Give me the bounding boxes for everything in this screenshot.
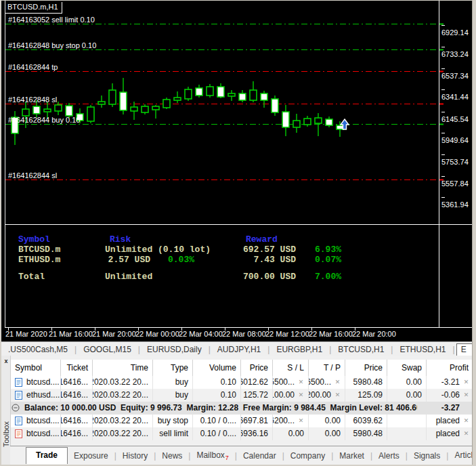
- chart-tab-partial[interactable]: E: [456, 343, 472, 356]
- rr-reward-pct: 0.07%: [313, 255, 341, 265]
- close-position-icon[interactable]: ✕: [463, 376, 469, 389]
- remove-sl-icon[interactable]: ✕: [298, 376, 304, 389]
- tab-trade[interactable]: Trade: [26, 447, 68, 464]
- time-tick: 21 Mar 20:00: [92, 330, 136, 338]
- candle: [152, 105, 159, 119]
- order-row-sell-limit[interactable]: btcusd.... 16416... 2020.03.22 20... sel…: [11, 427, 472, 440]
- col-price[interactable]: Price: [241, 360, 273, 376]
- window-frame-right[interactable]: [472, 0, 476, 466]
- order-label-tp[interactable]: #164162844 tp: [8, 63, 58, 71]
- cell-ticket: 16416...: [61, 427, 93, 440]
- cell-tp: 6500...: [309, 376, 331, 389]
- chart-tab-googl[interactable]: GOOGL,M15: [77, 345, 138, 354]
- col-volume[interactable]: Volume: [193, 360, 241, 376]
- balance-row[interactable]: Balance: 10 000.00 USD Equity: 9 996.73 …: [11, 402, 472, 415]
- tab-articles[interactable]: Articles1: [448, 450, 472, 461]
- col-tp[interactable]: T / P: [309, 360, 345, 376]
- remove-sl-icon[interactable]: ✕: [298, 389, 304, 402]
- collapse-minus-icon[interactable]: [12, 404, 20, 412]
- price-tick: 6145.54: [441, 107, 472, 123]
- col-symbol[interactable]: Symbol: [11, 360, 61, 376]
- candle: [163, 98, 170, 109]
- tab-company[interactable]: Company: [284, 451, 331, 461]
- tab-alerts[interactable]: Alerts: [372, 451, 406, 461]
- col-ticket[interactable]: Ticket: [61, 360, 93, 376]
- price-tick: 5361.94: [441, 192, 472, 209]
- candle: [282, 105, 289, 136]
- chart-tab-eurusd[interactable]: EURUSD,Daily: [140, 345, 209, 354]
- candle: [87, 105, 94, 123]
- time-tick: 21 Mar 16:00: [49, 330, 93, 338]
- rr-header-risk: Risk: [110, 235, 131, 245]
- tab-news[interactable]: News: [156, 451, 188, 461]
- order-row-buy-stop[interactable]: btcusd.... 16416... 2020.03.22 20... buy…: [11, 415, 472, 427]
- cell-current-price: 125.09: [345, 389, 387, 402]
- candle: [272, 96, 278, 116]
- order-label-sl[interactable]: #164162848 sl: [8, 96, 57, 104]
- order-doc-icon: [15, 417, 22, 425]
- tab-calendar[interactable]: Calendar: [237, 451, 282, 461]
- cell-volume: 0.10 / 0....: [193, 427, 241, 440]
- delete-order-icon[interactable]: ✕: [463, 427, 469, 440]
- cell-sl: 0.00: [288, 427, 304, 440]
- time-tick: 22 Mar 12:00: [265, 330, 309, 338]
- chart-tab-eurgbp[interactable]: EURGBP,H1: [269, 345, 329, 354]
- rr-header-reward: Reward: [246, 235, 278, 245]
- rr-risk-pct: 0.03%: [164, 255, 194, 265]
- toolbox-close-icon[interactable]: x: [3, 358, 9, 364]
- candle: [304, 116, 311, 127]
- tab-mailbox[interactable]: Mailbox7: [190, 450, 234, 461]
- remove-tp-icon[interactable]: ✕: [334, 376, 341, 389]
- col-current-price[interactable]: Price: [345, 360, 387, 376]
- price-tick: 6341.44: [441, 85, 472, 101]
- col-sl[interactable]: S / L: [273, 360, 309, 376]
- tab-market[interactable]: Market: [333, 451, 370, 461]
- cell-volume: 0.10 / 0....: [193, 415, 241, 427]
- subwindow-separator[interactable]: [5, 224, 472, 225]
- position-row-btcusd[interactable]: btcusd.... 16416... 2020.03.22 20... buy…: [11, 376, 472, 389]
- candlestick-chart[interactable]: [1, 1, 472, 328]
- order-label-sell-limit[interactable]: #164163052 sell limit 0.10: [8, 16, 95, 24]
- col-profit[interactable]: Profit: [427, 360, 472, 376]
- candle: [98, 96, 105, 108]
- rr-total-reward: 700.00 USD: [240, 272, 296, 282]
- position-row-ethusd[interactable]: ethusd.... 16416... 2020.03.22 20... buy…: [11, 389, 472, 402]
- chart-tab-us500cash[interactable]: .US500Cash,M5: [1, 345, 74, 354]
- cell-price: 6936.16: [241, 427, 273, 440]
- delete-order-icon[interactable]: ✕: [463, 415, 469, 427]
- rr-header-symbol: Symbol: [18, 235, 50, 245]
- candle: [239, 90, 246, 102]
- cell-price: 125.72: [241, 389, 273, 402]
- col-type[interactable]: Type: [153, 360, 193, 376]
- chart-tab-btcusd[interactable]: BTCUSD,H1: [331, 345, 391, 354]
- balance-profit: -3.27: [417, 402, 472, 415]
- candle: [293, 114, 300, 133]
- rr-total-risk: Unlimited: [105, 272, 152, 282]
- order-label-buy[interactable]: #164162844 buy 0.10: [8, 116, 80, 124]
- order-label-buy-stop[interactable]: #164162848 buy stop 0.10: [8, 41, 96, 49]
- price-tick: 5753.74: [441, 150, 472, 166]
- col-swap[interactable]: Swap: [387, 360, 427, 376]
- time-tick: 22 Mar 20:00: [352, 330, 396, 338]
- order-label-sl-2[interactable]: #164162844 sl: [8, 171, 57, 179]
- chart-tab-ethusd[interactable]: ETHUSD,H1: [393, 345, 452, 354]
- remove-sl-icon[interactable]: ✕: [298, 415, 304, 427]
- order-line-axis-tick: [439, 124, 443, 125]
- cell-status: placed: [436, 415, 460, 427]
- tab-signals[interactable]: Signals: [408, 451, 446, 461]
- chart-tab-audjpy[interactable]: AUDJPY,H1: [211, 345, 267, 354]
- remove-tp-icon[interactable]: ✕: [334, 389, 341, 402]
- cell-volume: 0.10: [193, 376, 241, 389]
- cell-symbol: btcusd....: [26, 415, 60, 427]
- close-position-icon[interactable]: ✕: [463, 389, 469, 402]
- candle: [131, 102, 137, 120]
- cell-ticket: 16416...: [61, 376, 93, 389]
- time-tick: 22 Mar 00:00: [135, 330, 179, 338]
- rr-reward: 692.57 USD: [240, 245, 296, 255]
- tab-exposure[interactable]: Exposure: [68, 451, 114, 461]
- col-time[interactable]: Time: [93, 360, 153, 376]
- price-axis-separator: [439, 1, 439, 328]
- candle: [142, 104, 148, 114]
- price-tick: 5949.64: [441, 128, 472, 144]
- tab-history[interactable]: History: [116, 451, 154, 461]
